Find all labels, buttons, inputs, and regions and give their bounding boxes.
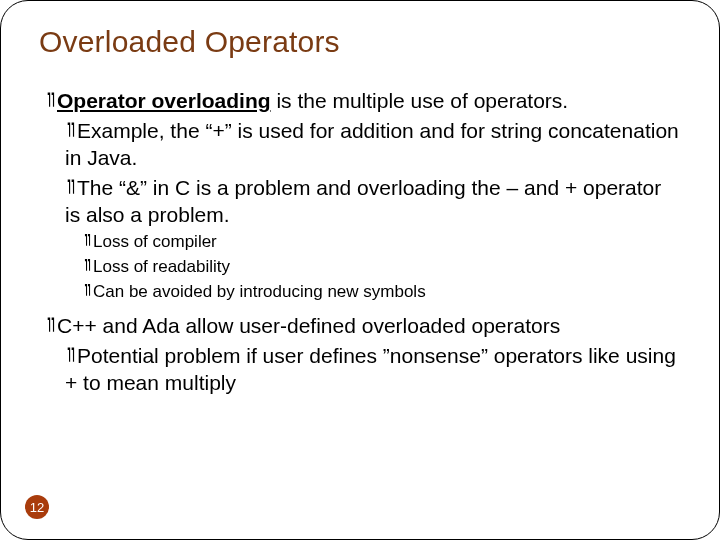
text-run: Loss of readability (93, 257, 230, 276)
bullet-icon: ༎ (65, 342, 76, 369)
bullet-icon: ༎ (65, 117, 76, 144)
bullet-block: ༎Operator overloading is the multiple us… (39, 87, 681, 304)
bullet-icon: ༎ (45, 312, 56, 339)
bullet-level-3: ༎Loss of compiler (83, 230, 681, 254)
text-run: is the multiple use of operators. (271, 89, 569, 112)
bullet-level-3: ༎Can be avoided by introducing new symbo… (83, 280, 681, 304)
bullet-level-2: ༎The “&” in C is a problem and overloadi… (65, 174, 681, 229)
text-run: Can be avoided by introducing new symbol… (93, 282, 426, 301)
text-run: Loss of compiler (93, 232, 217, 251)
slide-title: Overloaded Operators (39, 25, 681, 59)
text-run: Example, the “+” is used for addition an… (65, 119, 679, 169)
bullet-icon: ༎ (83, 230, 92, 253)
text-run: Potential problem if user defines ”nonse… (65, 344, 676, 394)
text-run: C++ and Ada allow user-defined overloade… (57, 314, 560, 337)
bullet-icon: ༎ (83, 280, 92, 303)
slide-frame: Overloaded Operators ༎Operator overloadi… (0, 0, 720, 540)
bullet-icon: ༎ (45, 87, 56, 114)
text-run: Operator overloading (57, 89, 271, 112)
bullet-icon: ༎ (65, 174, 76, 201)
slide-content: ༎Operator overloading is the multiple us… (39, 87, 681, 397)
bullet-level-1: ༎Operator overloading is the multiple us… (45, 87, 681, 115)
bullet-level-3: ༎Loss of readability (83, 255, 681, 279)
bullet-level-2: ༎Example, the “+” is used for addition a… (65, 117, 681, 172)
bullet-level-1: ༎C++ and Ada allow user-defined overload… (45, 312, 681, 340)
bullet-icon: ༎ (83, 255, 92, 278)
bullet-level-2: ༎Potential problem if user defines ”nons… (65, 342, 681, 397)
bullet-block: ༎C++ and Ada allow user-defined overload… (39, 312, 681, 397)
text-run: The “&” in C is a problem and overloadin… (65, 176, 661, 226)
page-number-badge: 12 (25, 495, 49, 519)
